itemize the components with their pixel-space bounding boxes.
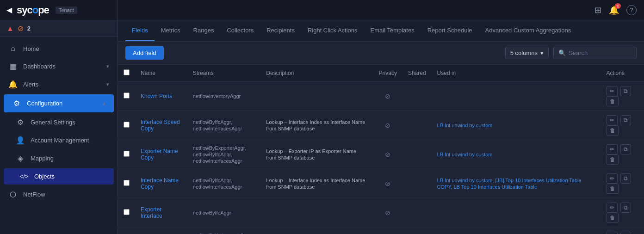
sidebar-item-objects[interactable]: </> Objects — [4, 168, 114, 185]
edit-button[interactable]: ✏ — [607, 144, 618, 154]
field-name-link[interactable]: Exporter Name Copy — [141, 148, 178, 161]
delete-button[interactable]: 🗑 — [607, 213, 619, 223]
table-row: Known PortsnetflowInventoryAggr⊘ ✏ ⧉ 🗑 — [118, 82, 644, 111]
chevron-down-icon: ▾ — [540, 49, 544, 56]
tab-email-templates[interactable]: Email Templates — [364, 20, 421, 41]
sidebar-item-netflow[interactable]: ⬡ NetFlow — [0, 185, 118, 203]
table-container: Name Streams Description Privacy Shared … — [118, 65, 644, 234]
edit-button[interactable]: ✏ — [607, 86, 618, 96]
tab-report-schedule[interactable]: Report Schedule — [421, 20, 479, 41]
privacy-icon: ⊘ — [385, 122, 390, 129]
tab-advanced-custom-aggregations[interactable]: Advanced Custom Aggregations — [479, 20, 578, 41]
field-shared — [402, 228, 432, 234]
header-actions: Actions — [601, 65, 644, 82]
header-checkbox-cell — [118, 65, 135, 82]
field-streams: netflowByIfcAggr — [193, 210, 231, 216]
content-area: Fields Metrics Ranges Collectors Recipie… — [118, 20, 644, 234]
copy-button[interactable]: ⧉ — [620, 203, 631, 213]
select-all-checkbox[interactable] — [124, 69, 130, 75]
row-checkbox[interactable] — [124, 92, 130, 99]
sidebar-item-label: General Settings — [31, 119, 109, 126]
field-used-in[interactable]: LB Int unwind by custom — [437, 123, 493, 128]
tab-metrics[interactable]: Metrics — [155, 20, 187, 41]
table-row: Server SubnetnetflowByIfcAggr, netflow, … — [118, 228, 644, 234]
sidebar-collapse-button[interactable]: ◀ — [6, 6, 12, 14]
field-used-in[interactable]: LB Int unwind by custom, [JB] Top 10 Int… — [437, 178, 582, 190]
header-privacy: Privacy — [373, 65, 402, 82]
dashboards-icon: ▦ — [8, 62, 18, 71]
toolbar: Add field 5 columns ▾ 🔍 — [118, 42, 644, 65]
edit-button[interactable]: ✏ — [607, 232, 618, 234]
tab-recipients[interactable]: Recipients — [260, 20, 301, 41]
field-used-in[interactable]: LB Int unwind by custom — [437, 152, 493, 157]
tab-collectors[interactable]: Collectors — [220, 20, 260, 41]
sidebar-item-dashboards[interactable]: ▦ Dashboards ▾ — [0, 57, 118, 75]
sidebar-item-label: Configuration — [27, 100, 97, 107]
copy-button[interactable]: ⧉ — [620, 173, 631, 184]
chevron-down-icon: ▾ — [106, 81, 109, 87]
help-icon[interactable]: ? — [626, 5, 637, 15]
copy-button[interactable]: ⧉ — [620, 86, 631, 96]
table-row: Exporter Name CopynetflowByExporterAggr,… — [118, 140, 644, 169]
sidebar-item-home[interactable]: ⌂ Home — [0, 40, 118, 57]
table-header-row: Name Streams Description Privacy Shared … — [118, 65, 644, 82]
edit-button[interactable]: ✏ — [607, 203, 618, 213]
field-shared — [402, 169, 432, 198]
delete-button[interactable]: 🗑 — [607, 184, 619, 194]
topbar: ⊞ 🔔 1 ? — [118, 0, 644, 20]
home-icon: ⌂ — [8, 44, 18, 53]
row-checkbox[interactable] — [124, 209, 130, 215]
columns-select[interactable]: 5 columns ▾ — [505, 47, 549, 59]
copy-button[interactable]: ⧉ — [620, 232, 631, 234]
sidebar-item-alerts[interactable]: 🔔 Alerts ▾ — [0, 75, 118, 93]
sidebar-item-label: Alerts — [23, 81, 101, 88]
delete-button[interactable]: 🗑 — [607, 96, 619, 106]
row-checkbox[interactable] — [124, 151, 130, 157]
copy-button[interactable]: ⧉ — [620, 144, 631, 154]
sidebar-item-configuration[interactable]: ⚙ Configuration ▴ — [4, 94, 114, 112]
row-checkbox[interactable] — [124, 122, 130, 128]
sidebar-header: ◀ sycope Tenant — [0, 0, 118, 20]
mapping-icon: ◈ — [16, 154, 25, 163]
row-checkbox[interactable] — [124, 180, 130, 186]
chevron-down-icon: ▾ — [106, 63, 109, 69]
privacy-icon: ⊘ — [385, 151, 390, 158]
tab-right-click-actions[interactable]: Right Click Actions — [301, 20, 364, 41]
field-name-link[interactable]: Exporter Interface — [141, 206, 162, 219]
delete-button[interactable]: 🗑 — [607, 154, 619, 165]
tab-fields[interactable]: Fields — [125, 20, 155, 41]
field-streams: netflowByIfcAggr, netflowInterfacesAggr — [193, 178, 242, 190]
sidebar-item-label: Account Management — [31, 137, 109, 144]
logo-highlight: o — [32, 4, 38, 16]
sidebar-item-label: Objects — [34, 173, 105, 180]
sidebar: ◀ sycope Tenant ▲ ⊘ 2 ⌂ Home ▦ Dashboard… — [0, 0, 118, 234]
header-streams: Streams — [187, 65, 260, 82]
field-shared — [402, 111, 432, 140]
edit-button[interactable]: ✏ — [607, 173, 618, 184]
field-name-link[interactable]: Interface Speed Copy — [141, 119, 180, 132]
table-row: Exporter InterfacenetflowByIfcAggr⊘ ✏ ⧉ … — [118, 198, 644, 228]
sidebar-item-mapping[interactable]: ◈ Mapping — [0, 149, 118, 167]
field-streams: netflowByExporterAggr, netflowByIfcAggr,… — [193, 145, 246, 164]
chevron-up-icon: ▴ — [103, 100, 105, 106]
grid-icon[interactable]: ⊞ — [594, 5, 601, 15]
tabs-bar: Fields Metrics Ranges Collectors Recipie… — [118, 20, 644, 42]
delete-button[interactable]: 🗑 — [607, 125, 619, 135]
tab-ranges[interactable]: Ranges — [187, 20, 221, 41]
search-input[interactable] — [569, 49, 629, 56]
account-management-icon: 👤 — [16, 136, 25, 145]
edit-button[interactable]: ✏ — [607, 115, 618, 125]
sidebar-item-label: Mapping — [31, 155, 109, 162]
sidebar-item-general-settings[interactable]: ⚙ General Settings — [0, 113, 118, 131]
field-name-link[interactable]: Interface Name Copy — [141, 177, 179, 190]
alert-bar[interactable]: ▲ ⊘ 2 — [0, 20, 118, 37]
header-used-in: Used in — [432, 65, 601, 82]
copy-button[interactable]: ⧉ — [620, 115, 631, 125]
fields-table: Name Streams Description Privacy Shared … — [118, 65, 644, 234]
sidebar-item-label: Dashboards — [23, 63, 101, 70]
field-name-link[interactable]: Known Ports — [141, 93, 172, 99]
add-field-button[interactable]: Add field — [125, 46, 164, 60]
objects-icon: </> — [19, 173, 29, 180]
notification-bell-icon[interactable]: 🔔 1 — [609, 5, 619, 15]
sidebar-item-account-management[interactable]: 👤 Account Management — [0, 131, 118, 149]
